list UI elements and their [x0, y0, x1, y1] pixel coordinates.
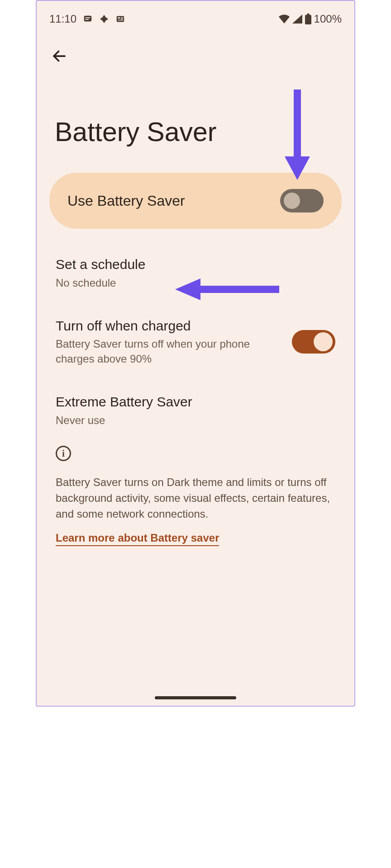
- info-text: Battery Saver turns on Dark theme and li…: [56, 475, 335, 522]
- status-left: 11:10: [49, 13, 125, 25]
- device-frame: 11:10 100%: [36, 0, 355, 707]
- info-icon: i: [56, 446, 71, 461]
- use-battery-saver-label: Use Battery Saver: [67, 193, 185, 209]
- turn-off-sub: Battery Saver turns off when your phone …: [56, 337, 281, 366]
- messages-icon: [83, 14, 93, 24]
- svg-rect-9: [305, 15, 311, 24]
- status-time: 11:10: [49, 13, 76, 25]
- svg-rect-7: [118, 20, 124, 20]
- turn-off-when-charged-toggle[interactable]: [292, 330, 335, 354]
- wifi-icon: [279, 14, 290, 24]
- set-schedule-sub: No schedule: [56, 276, 324, 290]
- page-title: Battery Saver: [37, 28, 354, 147]
- status-bar: 11:10 100%: [37, 1, 354, 28]
- extreme-title: Extreme Battery Saver: [56, 393, 324, 410]
- svg-rect-6: [121, 19, 124, 19]
- svg-rect-4: [118, 17, 120, 19]
- turn-off-title: Turn off when charged: [56, 317, 281, 335]
- svg-rect-1: [86, 17, 91, 18]
- turn-off-when-charged-row[interactable]: Turn off when charged Battery Saver turn…: [49, 304, 342, 380]
- photos-icon: [99, 14, 109, 24]
- extreme-sub: Never use: [56, 413, 324, 428]
- svg-rect-8: [307, 14, 310, 15]
- battery-percent: 100%: [314, 13, 342, 25]
- cellular-icon: [292, 14, 302, 24]
- status-right: 100%: [279, 13, 342, 25]
- svg-rect-0: [84, 16, 92, 22]
- news-icon: [115, 14, 125, 24]
- use-battery-saver-toggle[interactable]: [280, 189, 324, 212]
- set-schedule-row[interactable]: Set a schedule No schedule: [49, 242, 342, 304]
- nav-handle[interactable]: [155, 696, 236, 699]
- settings-content: Use Battery Saver Set a schedule No sche…: [37, 147, 354, 546]
- battery-icon: [305, 14, 311, 24]
- learn-more-link[interactable]: Learn more about Battery saver: [56, 532, 219, 546]
- back-button[interactable]: [49, 46, 69, 66]
- extreme-battery-saver-row[interactable]: Extreme Battery Saver Never use: [49, 380, 342, 441]
- info-block: i Battery Saver turns on Dark theme and …: [49, 441, 342, 546]
- set-schedule-title: Set a schedule: [56, 256, 324, 273]
- arrow-left-icon: [51, 48, 67, 64]
- svg-rect-5: [121, 17, 124, 18]
- svg-rect-2: [86, 19, 89, 20]
- use-battery-saver-row[interactable]: Use Battery Saver: [49, 173, 342, 229]
